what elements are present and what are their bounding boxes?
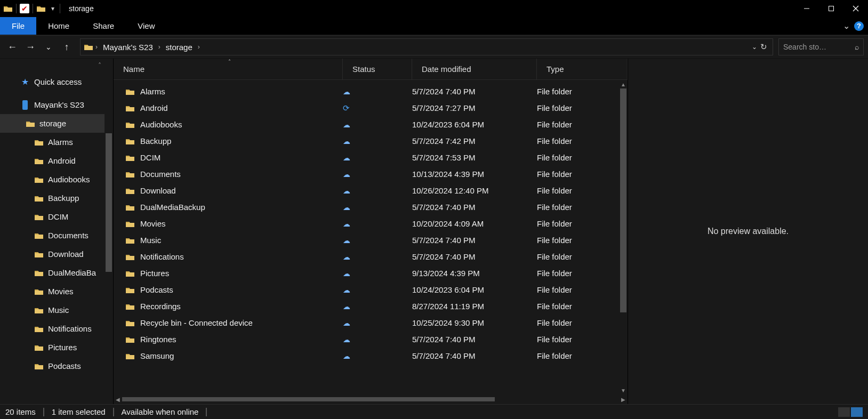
back-button[interactable]: ← — [4, 39, 20, 55]
file-row[interactable]: Documents☁10/13/2024 4:39 PMFile folder — [114, 166, 628, 182]
scroll-up-icon[interactable]: ▲ — [619, 80, 628, 88]
up-button[interactable]: ↑ — [59, 39, 75, 55]
folder-icon — [34, 213, 44, 221]
sidebar-item[interactable]: Audiobooks — [0, 170, 113, 189]
file-row[interactable]: Movies☁10/20/2024 4:09 AMFile folder — [114, 215, 628, 232]
file-row[interactable]: Android⟳5/7/2024 7:27 PMFile folder — [114, 100, 628, 116]
address-bar[interactable]: › Mayank's S23 › storage › ⌄ ↻ — [80, 38, 773, 55]
sidebar-item-label: DualMediaBa — [48, 268, 96, 277]
home-tab[interactable]: Home — [36, 17, 81, 35]
file-tab[interactable]: File — [0, 17, 36, 35]
file-type: File folder — [537, 302, 628, 311]
status-selected-count: 1 item selected — [52, 407, 106, 416]
sidebar-storage[interactable]: storage — [0, 114, 113, 133]
file-name: Recycle bin - Connected device — [140, 318, 253, 327]
scroll-left-icon[interactable]: ◀ — [114, 397, 122, 402]
breadcrumb-item[interactable]: storage — [163, 43, 196, 52]
file-row[interactable]: Download☁10/26/2024 12:40 PMFile folder — [114, 182, 628, 199]
sidebar-item[interactable]: Documents — [0, 226, 113, 245]
address-dropdown-icon[interactable]: ⌄ — [752, 43, 757, 51]
sidebar-item[interactable]: DCIM — [0, 207, 113, 226]
folder-icon — [34, 139, 44, 146]
file-row[interactable]: DualMediaBackup☁5/7/2024 7:40 PMFile fol… — [114, 199, 628, 215]
file-name: Alarms — [140, 87, 165, 96]
breadcrumb-item[interactable]: Mayank's S23 — [100, 43, 156, 52]
sidebar-item[interactable]: DualMediaBa — [0, 263, 113, 282]
sidebar-item[interactable]: Podcasts — [0, 357, 113, 375]
folder-icon — [125, 319, 135, 327]
folder-icon — [34, 307, 44, 314]
file-type: File folder — [537, 285, 628, 294]
scroll-down-icon[interactable]: ▼ — [619, 386, 628, 394]
scroll-right-icon[interactable]: ▶ — [619, 397, 628, 402]
window-title: storage — [69, 4, 94, 13]
horizontal-scrollbar[interactable]: ◀ ▶ — [114, 394, 628, 404]
thumbnails-view-button[interactable] — [851, 407, 863, 417]
file-row[interactable]: DCIM☁5/7/2024 7:53 PMFile folder — [114, 149, 628, 166]
file-name: Movies — [140, 219, 166, 228]
file-date: 10/25/2024 9:30 PM — [412, 318, 537, 327]
column-header-status[interactable]: Status — [343, 59, 412, 79]
share-tab[interactable]: Share — [81, 17, 126, 35]
file-name: DCIM — [140, 153, 160, 162]
vertical-scrollbar[interactable]: ▲ ▼ — [619, 80, 628, 394]
cloud-icon: ☁ — [343, 154, 350, 162]
folder-icon — [125, 104, 135, 112]
close-button[interactable] — [843, 0, 868, 17]
ribbon-expand-icon[interactable]: ⌄ — [843, 21, 850, 31]
sidebar-quick-access[interactable]: ★ Quick access — [0, 72, 113, 91]
recent-locations-button[interactable]: ⌄ — [41, 39, 57, 55]
sidebar-item[interactable]: Alarms — [0, 133, 113, 151]
file-row[interactable]: Backupp☁5/7/2024 7:42 PMFile folder — [114, 133, 628, 149]
file-row[interactable]: Ringtones☁5/7/2024 7:40 PMFile folder — [114, 331, 628, 348]
folder-icon — [125, 187, 135, 195]
search-placeholder: Search sto… — [783, 43, 826, 51]
sidebar-item[interactable]: Movies — [0, 282, 113, 301]
forward-button[interactable]: → — [22, 39, 38, 55]
sidebar-item-label: Quick access — [34, 77, 82, 86]
quick-access-dropdown[interactable]: ▾ — [49, 5, 57, 12]
file-row[interactable]: Notifications☁5/7/2024 7:40 PMFile folde… — [114, 248, 628, 265]
file-row[interactable]: Alarms☁5/7/2024 7:40 PMFile folder — [114, 83, 628, 100]
details-view-button[interactable] — [838, 407, 850, 417]
sidebar-item[interactable]: Music — [0, 301, 113, 319]
sidebar-item[interactable]: Notifications — [0, 319, 113, 338]
file-row[interactable]: Recycle bin - Connected device☁10/25/202… — [114, 315, 628, 331]
view-tab[interactable]: View — [126, 17, 166, 35]
file-row[interactable]: Podcasts☁10/24/2023 6:04 PMFile folder — [114, 281, 628, 298]
chevron-right-icon[interactable]: › — [198, 43, 200, 51]
sidebar-device[interactable]: Mayank's S23 — [0, 95, 113, 114]
chevron-right-icon[interactable]: › — [158, 43, 160, 51]
checklist-icon[interactable]: ✔ — [20, 4, 29, 13]
file-row[interactable]: Audiobooks☁10/24/2023 6:04 PMFile folder — [114, 116, 628, 133]
help-icon[interactable]: ? — [854, 21, 864, 31]
refresh-icon[interactable]: ↻ — [760, 42, 767, 52]
maximize-button[interactable] — [819, 0, 843, 17]
chevron-right-icon[interactable]: › — [95, 43, 98, 51]
file-row[interactable]: Pictures☁9/13/2024 4:39 PMFile folder — [114, 265, 628, 281]
column-header-type[interactable]: Type — [537, 59, 628, 79]
sidebar-item[interactable]: Download — [0, 245, 113, 263]
file-row[interactable]: Music☁5/7/2024 7:40 PMFile folder — [114, 232, 628, 248]
folder-icon — [34, 325, 44, 333]
sidebar-item[interactable]: Android — [0, 151, 113, 170]
file-name: Audiobooks — [140, 120, 182, 129]
search-input[interactable]: Search sto… ⌕ — [778, 38, 864, 55]
sidebar-item[interactable]: Pictures — [0, 338, 113, 357]
file-type: File folder — [537, 219, 628, 228]
chevron-up-icon[interactable]: ˄ — [98, 62, 101, 69]
separator — [16, 4, 17, 13]
file-type: File folder — [537, 136, 628, 146]
folder-icon — [125, 336, 135, 343]
sidebar-scrollbar[interactable] — [105, 59, 113, 404]
sidebar-item[interactable]: Backupp — [0, 189, 113, 207]
file-type: File folder — [537, 186, 628, 195]
file-name: DualMediaBackup — [140, 203, 205, 212]
file-row[interactable]: Recordings☁8/27/2024 11:19 PMFile folder — [114, 298, 628, 315]
file-row[interactable]: Samsung☁5/7/2024 7:40 PMFile folder — [114, 348, 628, 364]
search-icon: ⌕ — [855, 43, 859, 51]
folder-icon — [125, 88, 135, 95]
minimize-button[interactable] — [794, 0, 819, 17]
column-header-date[interactable]: Date modified — [412, 59, 537, 79]
file-list-pane: ˄ Name Status Date modified Type Alarms☁… — [113, 59, 628, 404]
